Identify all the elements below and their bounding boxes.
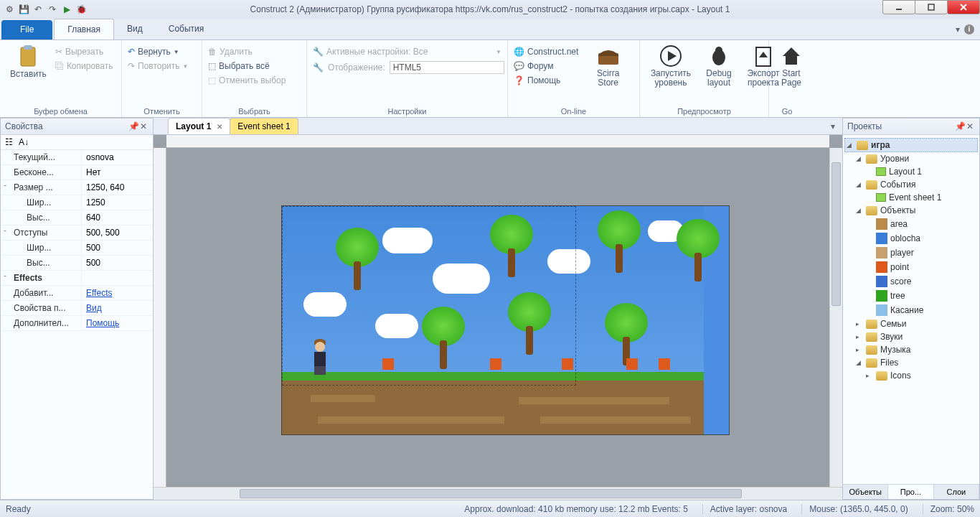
tree-item-семьи[interactable]: ▸Семьи <box>844 317 978 330</box>
property-value[interactable]: Вид <box>81 301 153 315</box>
tab-main[interactable]: Главная <box>54 19 114 39</box>
property-value[interactable]: Effects <box>81 286 153 300</box>
property-row[interactable]: Добавит...Effects <box>1 286 153 301</box>
expander-icon[interactable]: - <box>1 271 9 285</box>
tab-events[interactable]: События <box>156 19 217 39</box>
close-icon[interactable]: ✕ <box>138 121 149 131</box>
property-value[interactable]: 500 <box>81 256 153 270</box>
debug-layout-button[interactable]: Debug layout <box>700 42 738 106</box>
forum-link[interactable]: 💬Форум <box>514 60 578 73</box>
property-value[interactable]: 1250, 640 <box>81 180 153 195</box>
property-value[interactable]: 640 <box>81 210 153 225</box>
expander-icon[interactable]: - <box>1 180 9 195</box>
tab-event-sheet-1[interactable]: Event sheet 1 <box>230 118 298 134</box>
property-row[interactable]: -Отступы500, 500 <box>1 225 153 241</box>
paste-button[interactable]: Вставить <box>6 42 51 106</box>
scrollbar-horizontal[interactable] <box>154 487 842 500</box>
file-menu[interactable]: File <box>1 20 52 39</box>
tree-item-касание[interactable]: Касание <box>844 303 978 317</box>
undo-icon[interactable]: ↶ <box>32 3 44 16</box>
redo-icon[interactable]: ↷ <box>46 3 59 16</box>
property-row[interactable]: Свойства п...Вид <box>1 301 153 316</box>
tree-toggle-icon[interactable]: ◢ <box>856 207 863 214</box>
property-value[interactable]: 500 <box>81 241 153 255</box>
tree-item-уровни[interactable]: ◢Уровни <box>844 152 978 165</box>
run-icon[interactable]: ▶ <box>60 3 73 16</box>
construct-net-link[interactable]: 🌐Construct.net <box>514 45 578 58</box>
redo-button[interactable]: ↷Повторить▼ <box>128 60 189 73</box>
debug-icon[interactable]: 🐞 <box>75 3 88 16</box>
tab-view[interactable]: Вид <box>114 19 156 39</box>
tab-objects[interactable]: Объекты <box>843 485 888 499</box>
tree-item-звуки[interactable]: ▸Звуки <box>844 330 978 343</box>
property-row[interactable]: Текущий...osnova <box>1 150 153 165</box>
close-icon[interactable]: ✕ <box>217 123 222 131</box>
select-all-button[interactable]: ⬚Выбрать всё <box>208 60 286 73</box>
qat-settings-icon[interactable]: ⚙ <box>3 3 16 16</box>
tree-item-icons[interactable]: ▸Icons <box>844 369 978 382</box>
pin-icon[interactable]: 📌 <box>128 121 138 131</box>
tree-item-player[interactable]: player <box>844 246 978 260</box>
tree-toggle-icon[interactable]: ◢ <box>847 141 854 149</box>
deselect-button[interactable]: ⬚Отменить выбор <box>208 74 286 87</box>
ribbon-minimize-icon[interactable]: ▾ <box>956 24 960 34</box>
tree-toggle-icon[interactable]: ◢ <box>856 155 863 162</box>
active-settings-button[interactable]: 🔧Активные настройки: Все▼ <box>313 45 501 58</box>
delete-button[interactable]: 🗑Удалить <box>208 45 286 58</box>
tree-item-files[interactable]: ◢Files <box>844 356 978 369</box>
tab-overflow-icon[interactable]: ▾ <box>824 118 842 134</box>
categorize-icon[interactable]: ☷ <box>5 137 13 147</box>
property-row[interactable]: Дополнител...Помощь <box>1 316 153 331</box>
property-row[interactable]: Бесконе...Нет <box>1 165 153 180</box>
tree-item-объекты[interactable]: ◢Объекты <box>844 204 978 217</box>
property-value[interactable]: Нет <box>81 165 153 180</box>
property-row[interactable]: Выс...640 <box>1 210 153 225</box>
tab-layout-1[interactable]: Layout 1 ✕ <box>168 118 230 134</box>
property-value[interactable]: Помощь <box>81 316 153 330</box>
start-page-button[interactable]: Start Page <box>775 42 808 106</box>
tree-item-layout-1[interactable]: Layout 1 <box>844 165 978 178</box>
display-select[interactable] <box>390 61 504 74</box>
tree-item-point[interactable]: point <box>844 260 978 274</box>
property-row[interactable]: -Effects <box>1 271 153 286</box>
copy-button[interactable]: ⿻Копировать <box>55 60 113 73</box>
tree-toggle-icon[interactable]: ◢ <box>856 181 863 188</box>
tree-item-area[interactable]: area <box>844 217 978 231</box>
tree-item-игра[interactable]: ◢игра <box>844 138 978 152</box>
minimize-button[interactable] <box>882 0 915 14</box>
tree-toggle-icon[interactable]: ◢ <box>856 359 863 366</box>
tree-item-музыка[interactable]: ▸Музыка <box>844 343 978 356</box>
property-value[interactable] <box>81 271 153 285</box>
property-row[interactable]: Шир...1250 <box>1 195 153 210</box>
undo-button[interactable]: ↶Вернуть▼ <box>128 45 189 58</box>
tree-item-event-sheet-1[interactable]: Event sheet 1 <box>844 191 978 204</box>
tree-toggle-icon[interactable]: ▸ <box>856 320 863 327</box>
layout-viewport[interactable] <box>166 148 829 487</box>
property-row[interactable]: Шир...500 <box>1 241 153 256</box>
close-button[interactable] <box>947 0 980 14</box>
scirra-store-button[interactable]: Scirra Store <box>583 42 633 106</box>
layout-canvas[interactable] <box>281 205 730 435</box>
property-value[interactable]: 1250 <box>81 195 153 210</box>
save-icon[interactable]: 💾 <box>17 3 30 16</box>
tree-item-tree[interactable]: tree <box>844 289 978 303</box>
sort-az-icon[interactable]: A↓ <box>19 137 29 147</box>
property-value[interactable]: 500, 500 <box>81 225 153 240</box>
cut-button[interactable]: ✂Вырезать <box>55 45 113 58</box>
property-row[interactable]: Выс...500 <box>1 256 153 271</box>
tree-item-oblocha[interactable]: oblocha <box>844 231 978 246</box>
tree-toggle-icon[interactable]: ▸ <box>856 346 863 353</box>
scrollbar-vertical[interactable] <box>829 148 842 487</box>
tree-toggle-icon[interactable]: ▸ <box>866 372 873 379</box>
maximize-button[interactable] <box>915 0 948 14</box>
close-icon[interactable]: ✕ <box>965 121 975 131</box>
tree-toggle-icon[interactable]: ▸ <box>856 333 863 340</box>
tab-projects[interactable]: Про... <box>888 485 933 499</box>
pin-icon[interactable]: 📌 <box>955 121 965 131</box>
tab-layers[interactable]: Слои <box>934 485 979 499</box>
run-layout-button[interactable]: Запустить уровень <box>646 42 696 106</box>
help-link[interactable]: ❓Помощь <box>514 74 578 87</box>
help-icon[interactable]: i <box>964 24 974 34</box>
property-row[interactable]: -Размер ...1250, 640 <box>1 180 153 195</box>
expander-icon[interactable]: - <box>1 225 9 240</box>
